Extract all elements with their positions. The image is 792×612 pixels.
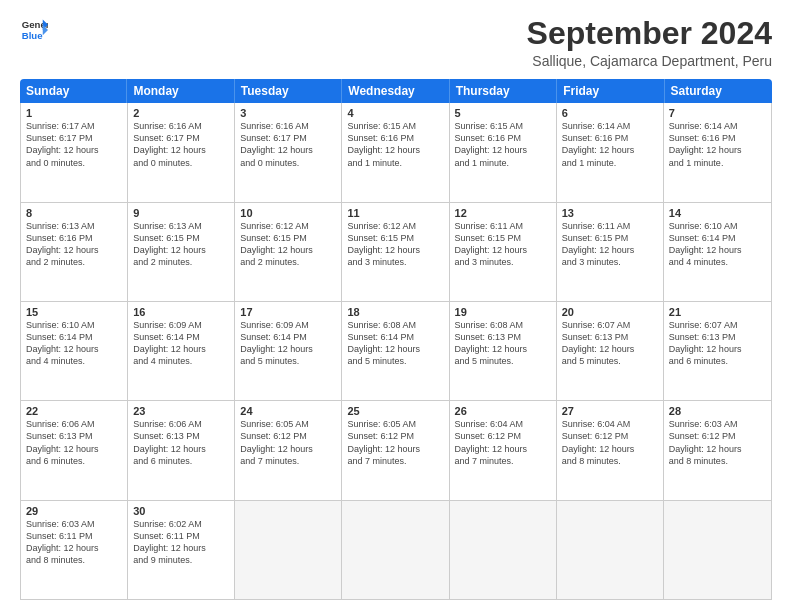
svg-text:Blue: Blue [22,30,43,41]
day-number: 27 [562,405,658,417]
day-number: 18 [347,306,443,318]
header-day-tuesday: Tuesday [235,79,342,103]
day-info: Sunrise: 6:09 AM Sunset: 6:14 PM Dayligh… [133,319,229,368]
day-number: 13 [562,207,658,219]
calendar-cell: 29Sunrise: 6:03 AM Sunset: 6:11 PM Dayli… [21,501,128,599]
calendar-cell: 6Sunrise: 6:14 AM Sunset: 6:16 PM Daylig… [557,103,664,201]
day-info: Sunrise: 6:14 AM Sunset: 6:16 PM Dayligh… [562,120,658,169]
subtitle: Sallique, Cajamarca Department, Peru [527,53,772,69]
day-number: 1 [26,107,122,119]
calendar-cell: 27Sunrise: 6:04 AM Sunset: 6:12 PM Dayli… [557,401,664,499]
week-row-2: 8Sunrise: 6:13 AM Sunset: 6:16 PM Daylig… [21,203,771,302]
logo: General Blue [20,16,48,44]
logo-icon: General Blue [20,16,48,44]
calendar-cell: 28Sunrise: 6:03 AM Sunset: 6:12 PM Dayli… [664,401,771,499]
calendar-cell: 25Sunrise: 6:05 AM Sunset: 6:12 PM Dayli… [342,401,449,499]
header: General Blue September 2024 Sallique, Ca… [20,16,772,69]
day-info: Sunrise: 6:08 AM Sunset: 6:14 PM Dayligh… [347,319,443,368]
day-number: 17 [240,306,336,318]
day-number: 19 [455,306,551,318]
header-day-sunday: Sunday [20,79,127,103]
header-day-friday: Friday [557,79,664,103]
day-info: Sunrise: 6:03 AM Sunset: 6:11 PM Dayligh… [26,518,122,567]
calendar-body: 1Sunrise: 6:17 AM Sunset: 6:17 PM Daylig… [20,103,772,600]
day-number: 16 [133,306,229,318]
day-info: Sunrise: 6:16 AM Sunset: 6:17 PM Dayligh… [133,120,229,169]
day-number: 9 [133,207,229,219]
calendar-cell: 24Sunrise: 6:05 AM Sunset: 6:12 PM Dayli… [235,401,342,499]
day-info: Sunrise: 6:02 AM Sunset: 6:11 PM Dayligh… [133,518,229,567]
day-number: 24 [240,405,336,417]
day-number: 8 [26,207,122,219]
day-number: 25 [347,405,443,417]
week-row-3: 15Sunrise: 6:10 AM Sunset: 6:14 PM Dayli… [21,302,771,401]
calendar-cell: 1Sunrise: 6:17 AM Sunset: 6:17 PM Daylig… [21,103,128,201]
day-number: 6 [562,107,658,119]
day-number: 4 [347,107,443,119]
day-number: 22 [26,405,122,417]
calendar-cell: 14Sunrise: 6:10 AM Sunset: 6:14 PM Dayli… [664,203,771,301]
page: General Blue September 2024 Sallique, Ca… [0,0,792,612]
day-info: Sunrise: 6:04 AM Sunset: 6:12 PM Dayligh… [562,418,658,467]
day-info: Sunrise: 6:10 AM Sunset: 6:14 PM Dayligh… [26,319,122,368]
day-info: Sunrise: 6:13 AM Sunset: 6:16 PM Dayligh… [26,220,122,269]
day-number: 10 [240,207,336,219]
day-info: Sunrise: 6:04 AM Sunset: 6:12 PM Dayligh… [455,418,551,467]
day-info: Sunrise: 6:05 AM Sunset: 6:12 PM Dayligh… [347,418,443,467]
day-info: Sunrise: 6:11 AM Sunset: 6:15 PM Dayligh… [562,220,658,269]
day-info: Sunrise: 6:09 AM Sunset: 6:14 PM Dayligh… [240,319,336,368]
calendar-cell: 16Sunrise: 6:09 AM Sunset: 6:14 PM Dayli… [128,302,235,400]
calendar-cell: 2Sunrise: 6:16 AM Sunset: 6:17 PM Daylig… [128,103,235,201]
calendar-cell: 30Sunrise: 6:02 AM Sunset: 6:11 PM Dayli… [128,501,235,599]
day-number: 11 [347,207,443,219]
calendar-cell: 26Sunrise: 6:04 AM Sunset: 6:12 PM Dayli… [450,401,557,499]
day-number: 15 [26,306,122,318]
calendar-cell: 17Sunrise: 6:09 AM Sunset: 6:14 PM Dayli… [235,302,342,400]
calendar-cell: 13Sunrise: 6:11 AM Sunset: 6:15 PM Dayli… [557,203,664,301]
day-number: 28 [669,405,766,417]
calendar-cell [450,501,557,599]
calendar-header: SundayMondayTuesdayWednesdayThursdayFrid… [20,79,772,103]
header-day-saturday: Saturday [665,79,772,103]
day-info: Sunrise: 6:03 AM Sunset: 6:12 PM Dayligh… [669,418,766,467]
calendar-cell: 19Sunrise: 6:08 AM Sunset: 6:13 PM Dayli… [450,302,557,400]
day-info: Sunrise: 6:07 AM Sunset: 6:13 PM Dayligh… [669,319,766,368]
month-title: September 2024 [527,16,772,51]
day-info: Sunrise: 6:05 AM Sunset: 6:12 PM Dayligh… [240,418,336,467]
header-day-wednesday: Wednesday [342,79,449,103]
day-info: Sunrise: 6:12 AM Sunset: 6:15 PM Dayligh… [347,220,443,269]
calendar-cell: 8Sunrise: 6:13 AM Sunset: 6:16 PM Daylig… [21,203,128,301]
day-number: 2 [133,107,229,119]
day-info: Sunrise: 6:12 AM Sunset: 6:15 PM Dayligh… [240,220,336,269]
day-info: Sunrise: 6:10 AM Sunset: 6:14 PM Dayligh… [669,220,766,269]
calendar-cell: 21Sunrise: 6:07 AM Sunset: 6:13 PM Dayli… [664,302,771,400]
calendar-cell: 15Sunrise: 6:10 AM Sunset: 6:14 PM Dayli… [21,302,128,400]
calendar-cell [664,501,771,599]
calendar-cell: 18Sunrise: 6:08 AM Sunset: 6:14 PM Dayli… [342,302,449,400]
day-info: Sunrise: 6:06 AM Sunset: 6:13 PM Dayligh… [133,418,229,467]
day-info: Sunrise: 6:16 AM Sunset: 6:17 PM Dayligh… [240,120,336,169]
calendar-cell [235,501,342,599]
calendar-cell: 12Sunrise: 6:11 AM Sunset: 6:15 PM Dayli… [450,203,557,301]
day-number: 21 [669,306,766,318]
calendar-cell: 4Sunrise: 6:15 AM Sunset: 6:16 PM Daylig… [342,103,449,201]
calendar-cell: 5Sunrise: 6:15 AM Sunset: 6:16 PM Daylig… [450,103,557,201]
calendar-cell: 3Sunrise: 6:16 AM Sunset: 6:17 PM Daylig… [235,103,342,201]
week-row-1: 1Sunrise: 6:17 AM Sunset: 6:17 PM Daylig… [21,103,771,202]
calendar-cell: 20Sunrise: 6:07 AM Sunset: 6:13 PM Dayli… [557,302,664,400]
day-info: Sunrise: 6:08 AM Sunset: 6:13 PM Dayligh… [455,319,551,368]
day-number: 26 [455,405,551,417]
day-info: Sunrise: 6:11 AM Sunset: 6:15 PM Dayligh… [455,220,551,269]
day-number: 30 [133,505,229,517]
day-info: Sunrise: 6:17 AM Sunset: 6:17 PM Dayligh… [26,120,122,169]
day-number: 7 [669,107,766,119]
calendar-cell [342,501,449,599]
day-info: Sunrise: 6:13 AM Sunset: 6:15 PM Dayligh… [133,220,229,269]
calendar: SundayMondayTuesdayWednesdayThursdayFrid… [20,79,772,600]
day-number: 12 [455,207,551,219]
calendar-cell: 23Sunrise: 6:06 AM Sunset: 6:13 PM Dayli… [128,401,235,499]
day-number: 20 [562,306,658,318]
week-row-4: 22Sunrise: 6:06 AM Sunset: 6:13 PM Dayli… [21,401,771,500]
day-number: 23 [133,405,229,417]
calendar-cell [557,501,664,599]
